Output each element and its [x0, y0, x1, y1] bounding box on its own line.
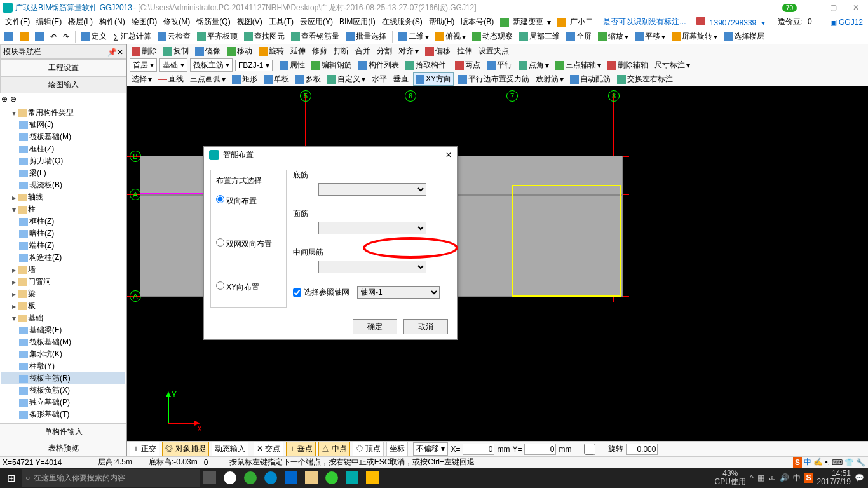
move-button[interactable]: 移动	[225, 45, 254, 57]
tray-clock[interactable]: 14:512017/7/19	[817, 470, 851, 486]
radio-xy[interactable]: XY向布置	[216, 281, 281, 293]
two-point-button[interactable]: 两点	[453, 59, 482, 71]
fullscreen-button[interactable]: 全屏	[564, 30, 593, 43]
tree-f-strip[interactable]: 条形基础(T)	[1, 409, 125, 421]
snap-mid[interactable]: △ 中点	[318, 442, 349, 456]
select-floor-button[interactable]: 选择楼层	[722, 30, 766, 43]
tree-col-end[interactable]: 端柱(Z)	[1, 240, 125, 252]
custom-button[interactable]: 自定义 ▾	[325, 73, 367, 85]
split-button[interactable]: 分割	[375, 45, 394, 57]
middle-rebar-select[interactable]	[318, 261, 426, 273]
tray-notification-icon[interactable]: 💬	[855, 473, 864, 482]
ime-tool-icon[interactable]: 🔧	[856, 458, 865, 467]
type-dropdown[interactable]: 筏板主筋 ▾	[190, 58, 233, 72]
radio-double-net[interactable]: 双网双向布置	[216, 238, 281, 250]
point-angle-button[interactable]: 点角 ▾	[517, 59, 551, 71]
menu-draw[interactable]: 绘图(D)	[129, 15, 160, 29]
single-slab-button[interactable]: 单板	[262, 73, 291, 85]
ime-punc-icon[interactable]: •,	[825, 458, 830, 467]
floor-dropdown[interactable]: 首层 ▾	[130, 58, 157, 72]
trim-button[interactable]: 修剪	[310, 45, 329, 57]
tree-f-beam[interactable]: 基础梁(F)	[1, 324, 125, 336]
tree-cast-slab[interactable]: 现浇板(B)	[1, 179, 125, 191]
align-button[interactable]: 对齐 ▾	[397, 45, 421, 57]
tree-f-sump[interactable]: 集水坑(K)	[1, 348, 125, 360]
app-store-icon[interactable]	[281, 469, 301, 487]
tree-foundation[interactable]: ▾基础	[1, 312, 125, 324]
tree-wall[interactable]: ▸墙	[1, 264, 125, 276]
app-notes-icon[interactable]	[362, 469, 383, 487]
menu-help[interactable]: 帮助(H)	[426, 15, 458, 29]
tree-raft-base[interactable]: 筏板基础(M)	[1, 131, 125, 143]
overlook-button[interactable]: 俯视 ▾	[433, 30, 468, 43]
radial-rebar-button[interactable]: 放射筋 ▾	[534, 73, 566, 85]
screen-rotate-button[interactable]: 屏幕旋转 ▾	[670, 30, 719, 43]
tree-col-frame[interactable]: 框柱(Z)	[1, 215, 125, 227]
ggj12-icon[interactable]: ▣ GGJ12	[827, 17, 865, 28]
cpu-meter[interactable]: 43%CPU使用	[715, 470, 746, 486]
tree-door[interactable]: ▸门窗洞	[1, 276, 125, 288]
rotate-checkbox[interactable]	[574, 444, 606, 455]
dynamic-observe-button[interactable]: 动态观察	[470, 30, 515, 43]
three-point-axis-button[interactable]: 三点辅轴 ▾	[553, 59, 603, 71]
x-input[interactable]	[463, 444, 494, 455]
snap-coord[interactable]: 坐标	[386, 442, 408, 456]
vertical-button[interactable]: 垂直	[391, 73, 410, 85]
snap-top[interactable]: ◇ 顶点	[353, 442, 384, 456]
find-element-button[interactable]: 查找图元	[242, 30, 287, 43]
ok-button[interactable]: 确定	[353, 319, 397, 334]
menu-version[interactable]: 版本号(B)	[458, 15, 496, 29]
merge-button[interactable]: 合并	[353, 45, 372, 57]
task-view-icon[interactable]	[200, 469, 220, 487]
menu-online[interactable]: 在线服务(S)	[379, 15, 425, 29]
offset-button[interactable]: 偏移	[423, 45, 452, 57]
define-button[interactable]: 定义	[79, 30, 109, 43]
windows-taskbar[interactable]: ⊞ ○ 在这里输入你要搜索的内容 43%CPU使用 ^ ▦ 🖧 🔊 中 S 14…	[0, 468, 868, 488]
app-av-icon[interactable]	[240, 469, 261, 487]
tree-shear-wall[interactable]: 剪力墙(Q)	[1, 155, 125, 167]
dialog-close-button[interactable]: ✕	[445, 151, 452, 159]
category-dropdown[interactable]: 基础 ▾	[159, 58, 187, 72]
tree-f-raft[interactable]: 筏板基础(M)	[1, 336, 125, 348]
menu-view[interactable]: 视图(V)	[234, 15, 265, 29]
swap-lr-button[interactable]: 交换左右标注	[615, 73, 675, 85]
edit-rebar-button[interactable]: 编辑钢筋	[309, 59, 354, 71]
tree-beam[interactable]: 梁(L)	[1, 167, 125, 179]
component-dropdown[interactable]: FBZJ-1 ▾	[235, 60, 273, 71]
app-360-icon[interactable]	[322, 469, 342, 487]
user-phone[interactable]: 13907298339 ▾	[694, 15, 768, 29]
tab-engineering[interactable]: 工程设置	[0, 59, 126, 76]
tree-col-dark[interactable]: 暗柱(Z)	[1, 227, 125, 240]
sogou-icon[interactable]: S	[793, 458, 802, 468]
dimension-button[interactable]: 尺寸标注 ▾	[653, 59, 692, 71]
auto-rebar-button[interactable]: 自动配筋	[568, 73, 613, 85]
stretch-button[interactable]: 拉伸	[455, 45, 474, 57]
tab-drawing[interactable]: 绘图输入	[0, 76, 126, 93]
offset-mode-dropdown[interactable]: 不偏移 ▾	[413, 442, 448, 456]
app-browser-icon[interactable]	[261, 469, 281, 487]
pan-button[interactable]: 平移 ▾	[633, 30, 667, 43]
guangxiaoer-button[interactable]: 广小二	[555, 14, 598, 30]
batch-select-button[interactable]: 批量选择	[344, 30, 388, 43]
tray-network-icon[interactable]: 🖧	[768, 473, 776, 482]
menu-floor[interactable]: 楼层(L)	[65, 15, 95, 29]
sum-button[interactable]: ∑ 汇总计算	[111, 30, 153, 43]
xy-direction-button[interactable]: XY方向	[413, 72, 454, 86]
zoom-button[interactable]: 缩放 ▾	[596, 30, 630, 43]
pick-component-button[interactable]: 拾取构件	[403, 59, 448, 71]
menu-file[interactable]: 文件(F)	[3, 15, 32, 29]
tree-common[interactable]: ▾常用构件类型	[1, 107, 125, 119]
view-rebar-button[interactable]: 查看钢筋量	[289, 30, 341, 43]
set-grip-button[interactable]: 设置夹点	[477, 45, 511, 57]
tree-frame-col[interactable]: 框柱(Z)	[1, 143, 125, 155]
ime-cn-icon[interactable]: 中 ✍	[804, 457, 823, 468]
tray-volume-icon[interactable]: 🔊	[780, 473, 789, 482]
recognition-tip[interactable]: 是否可以识别没有标注...	[600, 15, 688, 29]
save-icon[interactable]	[33, 32, 46, 42]
menu-component[interactable]: 构件(N)	[97, 15, 128, 29]
new-file-icon[interactable]	[3, 32, 15, 42]
app-explorer-icon[interactable]	[301, 469, 322, 487]
tray-up-icon[interactable]: ^	[750, 473, 754, 482]
delete-axis-button[interactable]: 删除辅轴	[606, 59, 650, 71]
tree-column[interactable]: ▾柱	[1, 203, 125, 215]
